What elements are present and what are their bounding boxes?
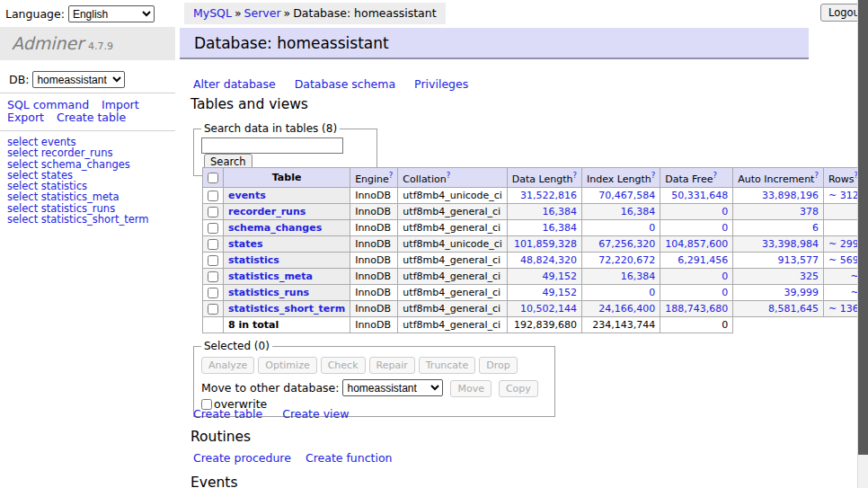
alter-database-link[interactable]: Alter database: [193, 77, 276, 91]
value-link[interactable]: 50,331,648: [671, 190, 728, 201]
value-link[interactable]: 48,824,320: [520, 254, 577, 266]
sidebar-link-create-table[interactable]: Create table: [57, 111, 126, 124]
row-checkbox[interactable]: [208, 191, 218, 201]
sidebar-select-link[interactable]: select statistics_meta: [7, 191, 148, 202]
value-link[interactable]: 0: [649, 287, 655, 298]
sidebar-link-export[interactable]: Export: [7, 111, 44, 124]
value-link[interactable]: 0: [722, 287, 728, 298]
value-link[interactable]: 0: [722, 271, 728, 282]
value-link[interactable]: 16,384: [621, 206, 656, 217]
help-link[interactable]: ?: [713, 171, 717, 180]
optimize-button[interactable]: Optimize: [258, 357, 316, 374]
value-link[interactable]: 6: [812, 222, 819, 234]
table-name-link[interactable]: recorder_runs: [228, 206, 306, 217]
value-link[interactable]: 10,502,144: [520, 303, 577, 315]
breadcrumb-link[interactable]: Server: [244, 6, 281, 20]
copy-button[interactable]: Copy: [499, 380, 538, 397]
events-heading: Events: [190, 475, 237, 488]
value-link[interactable]: 16,384: [543, 206, 578, 217]
value-link[interactable]: 378: [800, 206, 819, 217]
value-link[interactable]: 67,256,320: [598, 238, 655, 250]
scrollbar-track[interactable]: [857, 0, 868, 488]
table-name-link[interactable]: statistics: [228, 254, 279, 266]
check-button[interactable]: Check: [321, 357, 366, 374]
select-all-checkbox[interactable]: [208, 173, 218, 183]
help-link[interactable]: ?: [814, 171, 819, 180]
create-function-link[interactable]: Create function: [306, 451, 393, 465]
row-checkbox[interactable]: [208, 223, 218, 234]
table-name-link[interactable]: statistics_short_term: [228, 303, 345, 315]
value-link[interactable]: 0: [722, 222, 728, 234]
table-name-cell: statistics: [224, 252, 350, 268]
value-link[interactable]: 8,581,645: [768, 303, 819, 315]
help-link[interactable]: ?: [651, 171, 656, 180]
value-link[interactable]: 913,577: [777, 254, 819, 266]
row-checkbox[interactable]: [208, 271, 218, 282]
value-link[interactable]: 16,384: [621, 271, 656, 282]
value-link[interactable]: 72,220,672: [598, 254, 655, 266]
value-link[interactable]: 6,291,456: [678, 254, 728, 266]
db-select[interactable]: homeassistant: [32, 71, 125, 88]
value-link[interactable]: 39,999: [784, 287, 819, 298]
help-link[interactable]: ?: [447, 171, 451, 180]
value-link[interactable]: 104,857,600: [665, 238, 728, 250]
column-header: Index Length?: [582, 168, 660, 188]
privileges-link[interactable]: Privileges: [414, 77, 468, 91]
value-link[interactable]: 49,152: [543, 271, 578, 282]
row-checkbox[interactable]: [208, 239, 218, 250]
table-name-link[interactable]: statistics_runs: [228, 287, 309, 298]
row-checkbox[interactable]: [208, 304, 218, 315]
help-link[interactable]: ?: [389, 171, 394, 180]
row-checkbox[interactable]: [208, 207, 218, 217]
help-link[interactable]: ?: [573, 171, 578, 180]
value-link[interactable]: 188,743,680: [665, 303, 728, 315]
search-input[interactable]: [201, 138, 343, 154]
analyze-button[interactable]: Analyze: [201, 357, 254, 374]
value-cell: 104,857,600: [660, 235, 733, 252]
row-checkbox-cell: [203, 219, 224, 235]
drop-button[interactable]: Drop: [479, 357, 517, 374]
column-header: Collation?: [398, 168, 507, 188]
value-link[interactable]: 16,384: [543, 222, 578, 234]
footer-checkbox-cell: [203, 316, 224, 333]
sidebar-select-link[interactable]: select statistics_short_term: [7, 214, 148, 225]
row-checkbox[interactable]: [208, 288, 218, 298]
value-link[interactable]: 70,467,584: [598, 190, 655, 201]
value-link[interactable]: 31,522,816: [520, 190, 577, 201]
sidebar-link-import[interactable]: Import: [102, 98, 139, 111]
value-link[interactable]: 33,898,196: [762, 190, 819, 201]
truncate-button[interactable]: Truncate: [419, 357, 475, 374]
engine-cell: InnoDB: [350, 203, 398, 219]
value-link[interactable]: 0: [722, 206, 728, 217]
table-name-link[interactable]: states: [228, 238, 263, 250]
table-name-link[interactable]: events: [228, 190, 266, 201]
table-name-link[interactable]: schema_changes: [228, 222, 322, 234]
breadcrumb-separator: »: [235, 6, 242, 20]
collation-cell: utf8mb4_general_ci: [398, 252, 507, 268]
value-link[interactable]: 24,166,400: [598, 303, 655, 315]
database-schema-link[interactable]: Database schema: [295, 77, 395, 91]
footer-engine-cell: InnoDB: [350, 316, 398, 333]
repair-button[interactable]: Repair: [369, 357, 415, 374]
value-cell: 0: [582, 284, 660, 300]
value-link[interactable]: 49,152: [543, 287, 578, 298]
table-name-cell: states: [224, 235, 350, 252]
table-name-link[interactable]: statistics_meta: [228, 271, 313, 282]
move-db-select[interactable]: homeassistant: [342, 379, 443, 396]
value-link[interactable]: 325: [800, 271, 819, 282]
tables-table: TableEngine?Collation?Data Length?Index …: [202, 167, 868, 333]
breadcrumb-link[interactable]: MySQL: [193, 6, 232, 20]
value-link[interactable]: 33,398,984: [762, 238, 819, 250]
sidebar-link-sql-command[interactable]: SQL command: [7, 98, 89, 111]
create-view-link[interactable]: Create view: [282, 407, 349, 421]
row-checkbox[interactable]: [208, 255, 218, 266]
selected-legend: Selected (0): [201, 340, 272, 352]
scrollbar-thumb[interactable]: [858, 0, 868, 455]
create-table-link[interactable]: Create table: [193, 407, 262, 421]
move-button[interactable]: Move: [450, 380, 492, 397]
value-link[interactable]: 0: [649, 222, 655, 234]
sidebar-select-link[interactable]: select recorder_runs: [7, 147, 148, 158]
create-procedure-link[interactable]: Create procedure: [193, 451, 291, 465]
value-link[interactable]: 101,859,328: [514, 238, 577, 250]
language-select[interactable]: English: [68, 5, 155, 22]
